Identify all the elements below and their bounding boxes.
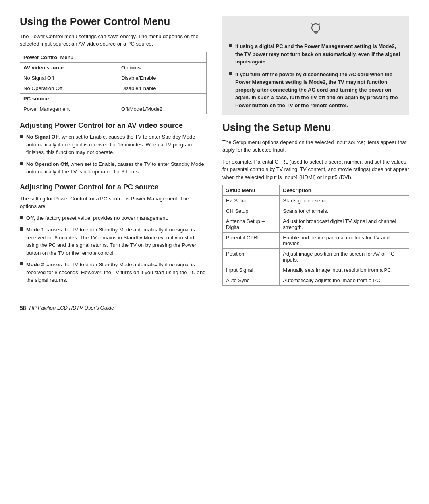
svg-line-2 bbox=[319, 24, 320, 25]
no-operation-off-value: Disable/Enable bbox=[118, 83, 207, 93]
no-signal-off-value: Disable/Enable bbox=[118, 73, 207, 83]
av-source-bullets: No Signal Off, when set to Enable, cause… bbox=[20, 133, 207, 176]
setup-menu-table: Setup Menu Description EZ Setup Starts g… bbox=[222, 185, 409, 286]
note-text-2: If you turn off the power by disconnecti… bbox=[235, 71, 403, 110]
left-column: Using the Power Control Menu The Power C… bbox=[20, 16, 207, 289]
table-row: No Operation Off Disable/Enable bbox=[20, 83, 207, 93]
setup-menu-title: Using the Setup Menu bbox=[222, 122, 409, 134]
list-item: Off, the factory preset value, provides … bbox=[20, 214, 207, 222]
ch-setup-desc: Scans for channels. bbox=[280, 206, 409, 216]
no-signal-off-desc: No Signal Off, when set to Enable, cause… bbox=[26, 133, 207, 156]
list-item: No Signal Off, when set to Enable, cause… bbox=[20, 133, 207, 156]
power-control-menu-header: Power Control Menu bbox=[20, 52, 207, 62]
antenna-setup-label: Antenna Setup – Digital bbox=[223, 216, 280, 233]
col1-header: AV video source bbox=[20, 62, 118, 73]
pc-source-title: Adjusting Power Control for a PC source bbox=[20, 183, 207, 192]
table-row: Auto Sync Automatically adjusts the imag… bbox=[223, 275, 409, 286]
list-item: If you turn off the power by disconnecti… bbox=[229, 71, 403, 110]
bullet-icon bbox=[20, 262, 23, 265]
no-operation-off-desc: No Operation Off, when set to Enable, ca… bbox=[26, 160, 207, 176]
auto-sync-desc: Automatically adjusts the image from a P… bbox=[280, 275, 409, 286]
desc-text: causes the TV to enter Standby Mode auto… bbox=[26, 262, 205, 283]
footer-text: HP Pavilion LCD HDTV User's Guide bbox=[29, 305, 114, 311]
position-label: Position bbox=[223, 249, 280, 265]
lightbulb-icon bbox=[308, 21, 323, 37]
table-row: Antenna Setup – Digital Adjust for broad… bbox=[223, 216, 409, 233]
bullet-icon bbox=[229, 44, 232, 47]
setup-col1-header: Setup Menu bbox=[223, 185, 280, 196]
bold-term: No Signal Off bbox=[26, 134, 59, 140]
page-number: 58 bbox=[20, 305, 26, 311]
bullet-icon bbox=[229, 72, 232, 75]
svg-point-0 bbox=[312, 24, 320, 32]
list-item: No Operation Off, when set to Enable, ca… bbox=[20, 160, 207, 176]
table-row: No Signal Off Disable/Enable bbox=[20, 73, 207, 83]
power-control-table: Power Control Menu AV video source Optio… bbox=[20, 52, 207, 114]
auto-sync-label: Auto Sync bbox=[223, 275, 280, 286]
parental-ctrl-label: Parental CTRL bbox=[223, 233, 280, 249]
bold-term: Mode 2 bbox=[26, 262, 44, 267]
input-signal-label: Input Signal bbox=[223, 265, 280, 275]
table-row: Position Adjust image position on the sc… bbox=[223, 249, 409, 265]
setup-intro-1: The Setup menu options depend on the sel… bbox=[222, 139, 409, 154]
bullet-icon bbox=[20, 135, 23, 138]
power-management-label: Power Management bbox=[20, 104, 118, 114]
bold-term: No Operation Off bbox=[26, 161, 68, 167]
table-row: Power Management Off/Mode1/Mode2 bbox=[20, 104, 207, 114]
col2-header: Options bbox=[118, 62, 207, 73]
table-row: Parental CTRL Enable and define parental… bbox=[223, 233, 409, 249]
pc-source-bullets: Off, the factory preset value, provides … bbox=[20, 214, 207, 284]
bullet-icon bbox=[20, 227, 23, 231]
table-row: CH Setup Scans for channels. bbox=[223, 206, 409, 216]
antenna-setup-desc: Adjust for broadcast digital TV signal a… bbox=[280, 216, 409, 233]
pc-source-intro: The setting for Power Control for a PC s… bbox=[20, 195, 207, 210]
av-source-title: Adjusting Power Control for an AV video … bbox=[20, 121, 207, 130]
bold-term: Mode 1 bbox=[26, 227, 44, 233]
list-item: Mode 2 causes the TV to enter Standby Mo… bbox=[20, 261, 207, 284]
position-desc: Adjust image position on the screen for … bbox=[280, 249, 409, 265]
bullet-icon bbox=[20, 162, 23, 165]
ez-setup-label: EZ Setup bbox=[223, 196, 280, 206]
left-intro-text: The Power Control menu settings can save… bbox=[20, 33, 207, 48]
pc-source-header-row: PC source bbox=[20, 93, 207, 104]
svg-line-3 bbox=[312, 24, 313, 25]
power-management-value: Off/Mode1/Mode2 bbox=[118, 104, 207, 114]
setup-table-header: Setup Menu Description bbox=[223, 185, 409, 196]
note-text-1: If using a digital PC and the Power Mana… bbox=[235, 42, 403, 66]
pc-source-header: PC source bbox=[20, 93, 207, 104]
list-item: If using a digital PC and the Power Mana… bbox=[229, 42, 403, 66]
parental-ctrl-desc: Enable and define parental controls for … bbox=[280, 233, 409, 249]
input-signal-desc: Manually sets image input resolution fro… bbox=[280, 265, 409, 275]
mode2-desc: Mode 2 causes the TV to enter Standby Mo… bbox=[26, 261, 207, 284]
desc-text: causes the TV to enter Standby Mode auto… bbox=[26, 227, 196, 256]
column-headers-row: AV video source Options bbox=[20, 62, 207, 73]
desc-text: , the factory preset value, provides no … bbox=[34, 215, 168, 221]
page-footer: 58 HP Pavilion LCD HDTV User's Guide bbox=[20, 305, 409, 311]
setup-col2-header: Description bbox=[280, 185, 409, 196]
no-signal-off-label: No Signal Off bbox=[20, 73, 118, 83]
ez-setup-desc: Starts guided setup. bbox=[280, 196, 409, 206]
note-box: If using a digital PC and the Power Mana… bbox=[222, 16, 409, 115]
setup-intro-2: For example, Parental CTRL (used to sele… bbox=[222, 158, 409, 181]
off-desc: Off, the factory preset value, provides … bbox=[26, 214, 168, 222]
left-main-title: Using the Power Control Menu bbox=[20, 16, 207, 28]
list-item: Mode 1 causes the TV to enter Standby Mo… bbox=[20, 226, 207, 257]
note-bullets: If using a digital PC and the Power Mana… bbox=[229, 42, 403, 109]
ch-setup-label: CH Setup bbox=[223, 206, 280, 216]
table-header-row: Power Control Menu bbox=[20, 52, 207, 62]
no-operation-off-label: No Operation Off bbox=[20, 83, 118, 93]
bold-term: Off bbox=[26, 215, 34, 221]
right-column: If using a digital PC and the Power Mana… bbox=[222, 16, 409, 293]
mode1-desc: Mode 1 causes the TV to enter Standby Mo… bbox=[26, 226, 207, 257]
table-row: Input Signal Manually sets image input r… bbox=[223, 265, 409, 275]
page-layout: Using the Power Control Menu The Power C… bbox=[20, 16, 409, 293]
tip-icon bbox=[229, 21, 403, 40]
bullet-icon bbox=[20, 216, 23, 219]
table-row: EZ Setup Starts guided setup. bbox=[223, 196, 409, 206]
